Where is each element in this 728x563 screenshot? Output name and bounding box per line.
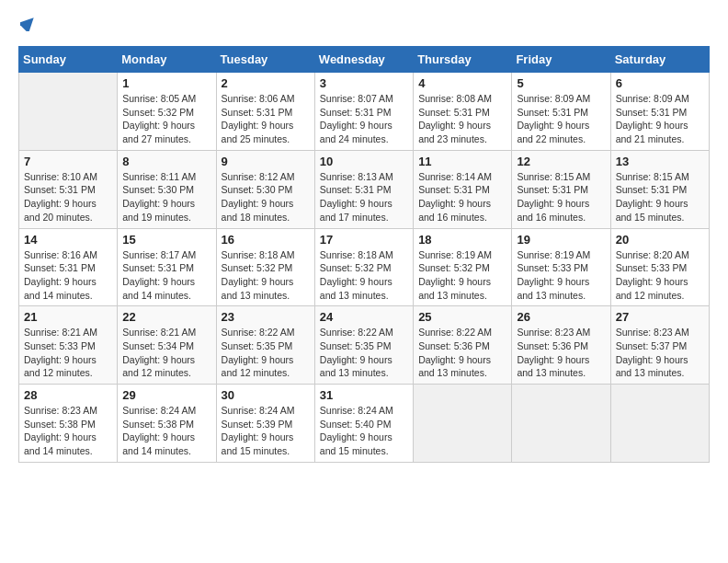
logo-icon: [20, 15, 37, 31]
calendar-cell: 24Sunrise: 8:22 AMSunset: 5:35 PMDayligh…: [314, 306, 413, 385]
calendar-cell: 1Sunrise: 8:05 AMSunset: 5:32 PMDaylight…: [118, 73, 216, 151]
calendar-cell: 13Sunrise: 8:15 AMSunset: 5:31 PMDayligh…: [610, 150, 709, 228]
day-info: Sunrise: 8:20 AMSunset: 5:33 PMDaylight:…: [616, 248, 704, 303]
day-info: Sunrise: 8:15 AMSunset: 5:31 PMDaylight:…: [616, 170, 704, 224]
day-info: Sunrise: 8:24 AMSunset: 5:40 PMDaylight:…: [320, 404, 408, 458]
day-info: Sunrise: 8:13 AMSunset: 5:31 PMDaylight:…: [320, 170, 408, 224]
day-number: 6: [616, 76, 704, 90]
calendar-cell: [19, 73, 118, 151]
day-number: 17: [320, 233, 408, 247]
day-info: Sunrise: 8:22 AMSunset: 5:35 PMDaylight:…: [222, 326, 310, 380]
day-number: 4: [418, 76, 506, 90]
page-header: [18, 18, 710, 31]
day-info: Sunrise: 8:16 AMSunset: 5:31 PMDaylight:…: [24, 248, 112, 303]
day-info: Sunrise: 8:18 AMSunset: 5:32 PMDaylight:…: [222, 248, 310, 303]
day-number: 28: [24, 388, 112, 402]
calendar-cell: 10Sunrise: 8:13 AMSunset: 5:31 PMDayligh…: [314, 150, 413, 228]
day-number: 21: [24, 310, 112, 324]
calendar-table: SundayMondayTuesdayWednesdayThursdayFrid…: [18, 46, 710, 463]
day-info: Sunrise: 8:21 AMSunset: 5:33 PMDaylight:…: [24, 326, 112, 380]
day-info: Sunrise: 8:24 AMSunset: 5:39 PMDaylight:…: [222, 404, 310, 458]
day-number: 12: [517, 155, 605, 168]
day-info: Sunrise: 8:08 AMSunset: 5:31 PMDaylight:…: [418, 92, 506, 146]
calendar-cell: 17Sunrise: 8:18 AMSunset: 5:32 PMDayligh…: [314, 228, 413, 306]
calendar-cell: 6Sunrise: 8:09 AMSunset: 5:31 PMDaylight…: [610, 73, 709, 151]
calendar-cell: 5Sunrise: 8:09 AMSunset: 5:31 PMDaylight…: [512, 73, 610, 151]
day-info: Sunrise: 8:11 AMSunset: 5:30 PMDaylight:…: [122, 170, 210, 224]
day-number: 14: [24, 233, 112, 247]
column-header-sunday: Sunday: [19, 47, 118, 73]
logo: [18, 18, 37, 31]
day-number: 3: [320, 76, 408, 90]
day-number: 1: [122, 76, 210, 90]
day-info: Sunrise: 8:09 AMSunset: 5:31 PMDaylight:…: [517, 92, 605, 146]
day-info: Sunrise: 8:07 AMSunset: 5:31 PMDaylight:…: [320, 92, 408, 146]
calendar-cell: 20Sunrise: 8:20 AMSunset: 5:33 PMDayligh…: [610, 228, 709, 306]
calendar-cell: 31Sunrise: 8:24 AMSunset: 5:40 PMDayligh…: [314, 385, 413, 463]
calendar-cell: 22Sunrise: 8:21 AMSunset: 5:34 PMDayligh…: [118, 306, 216, 385]
calendar-cell: [610, 385, 709, 463]
day-info: Sunrise: 8:06 AMSunset: 5:31 PMDaylight:…: [222, 92, 310, 146]
day-number: 10: [320, 155, 408, 168]
day-number: 29: [122, 388, 210, 402]
day-number: 31: [320, 388, 408, 402]
day-info: Sunrise: 8:21 AMSunset: 5:34 PMDaylight:…: [122, 326, 210, 380]
day-info: Sunrise: 8:10 AMSunset: 5:31 PMDaylight:…: [24, 170, 112, 224]
calendar-cell: 26Sunrise: 8:23 AMSunset: 5:36 PMDayligh…: [512, 306, 610, 385]
column-header-monday: Monday: [118, 47, 216, 73]
day-info: Sunrise: 8:14 AMSunset: 5:31 PMDaylight:…: [418, 170, 506, 224]
calendar-cell: [512, 385, 610, 463]
calendar-cell: 2Sunrise: 8:06 AMSunset: 5:31 PMDaylight…: [216, 73, 314, 151]
calendar-cell: 4Sunrise: 8:08 AMSunset: 5:31 PMDaylight…: [414, 73, 512, 151]
day-number: 22: [122, 310, 210, 324]
calendar-cell: 7Sunrise: 8:10 AMSunset: 5:31 PMDaylight…: [19, 150, 118, 228]
calendar-cell: 12Sunrise: 8:15 AMSunset: 5:31 PMDayligh…: [512, 150, 610, 228]
day-number: 27: [616, 310, 704, 324]
day-info: Sunrise: 8:05 AMSunset: 5:32 PMDaylight:…: [122, 92, 210, 146]
day-number: 26: [517, 310, 605, 324]
day-number: 11: [418, 155, 506, 168]
day-info: Sunrise: 8:23 AMSunset: 5:37 PMDaylight:…: [616, 326, 704, 380]
day-info: Sunrise: 8:24 AMSunset: 5:38 PMDaylight:…: [122, 404, 210, 458]
day-number: 19: [517, 233, 605, 247]
svg-marker-0: [20, 15, 37, 31]
calendar-cell: 30Sunrise: 8:24 AMSunset: 5:39 PMDayligh…: [216, 385, 314, 463]
day-number: 24: [320, 310, 408, 324]
day-info: Sunrise: 8:09 AMSunset: 5:31 PMDaylight:…: [616, 92, 704, 146]
day-number: 15: [122, 233, 210, 247]
day-info: Sunrise: 8:15 AMSunset: 5:31 PMDaylight:…: [517, 170, 605, 224]
day-number: 25: [418, 310, 506, 324]
day-info: Sunrise: 8:19 AMSunset: 5:32 PMDaylight:…: [418, 248, 506, 303]
day-info: Sunrise: 8:22 AMSunset: 5:35 PMDaylight:…: [320, 326, 408, 380]
day-number: 5: [517, 76, 605, 90]
column-header-wednesday: Wednesday: [314, 47, 413, 73]
calendar-cell: [414, 385, 512, 463]
column-header-tuesday: Tuesday: [216, 47, 314, 73]
day-info: Sunrise: 8:12 AMSunset: 5:30 PMDaylight:…: [222, 170, 310, 224]
calendar-cell: 28Sunrise: 8:23 AMSunset: 5:38 PMDayligh…: [19, 385, 118, 463]
day-number: 20: [616, 233, 704, 247]
calendar-cell: 16Sunrise: 8:18 AMSunset: 5:32 PMDayligh…: [216, 228, 314, 306]
calendar-cell: 19Sunrise: 8:19 AMSunset: 5:33 PMDayligh…: [512, 228, 610, 306]
day-number: 7: [24, 155, 112, 168]
calendar-cell: 3Sunrise: 8:07 AMSunset: 5:31 PMDaylight…: [314, 73, 413, 151]
calendar-cell: 8Sunrise: 8:11 AMSunset: 5:30 PMDaylight…: [118, 150, 216, 228]
day-number: 2: [222, 76, 310, 90]
calendar-cell: 11Sunrise: 8:14 AMSunset: 5:31 PMDayligh…: [414, 150, 512, 228]
column-header-saturday: Saturday: [610, 47, 709, 73]
day-info: Sunrise: 8:18 AMSunset: 5:32 PMDaylight:…: [320, 248, 408, 303]
column-header-thursday: Thursday: [414, 47, 512, 73]
day-info: Sunrise: 8:22 AMSunset: 5:36 PMDaylight:…: [418, 326, 506, 380]
day-number: 13: [616, 155, 704, 168]
calendar-cell: 9Sunrise: 8:12 AMSunset: 5:30 PMDaylight…: [216, 150, 314, 228]
calendar-cell: 21Sunrise: 8:21 AMSunset: 5:33 PMDayligh…: [19, 306, 118, 385]
day-number: 23: [222, 310, 310, 324]
calendar-cell: 27Sunrise: 8:23 AMSunset: 5:37 PMDayligh…: [610, 306, 709, 385]
column-header-friday: Friday: [512, 47, 610, 73]
day-number: 30: [222, 388, 310, 402]
calendar-cell: 23Sunrise: 8:22 AMSunset: 5:35 PMDayligh…: [216, 306, 314, 385]
day-info: Sunrise: 8:23 AMSunset: 5:36 PMDaylight:…: [517, 326, 605, 380]
calendar-cell: 18Sunrise: 8:19 AMSunset: 5:32 PMDayligh…: [414, 228, 512, 306]
calendar-cell: 25Sunrise: 8:22 AMSunset: 5:36 PMDayligh…: [414, 306, 512, 385]
day-number: 16: [222, 233, 310, 247]
